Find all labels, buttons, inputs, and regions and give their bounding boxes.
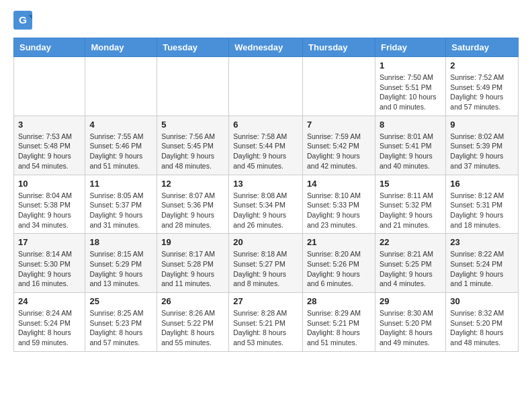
day-number: 13 (233, 179, 298, 189)
header: G (13, 11, 519, 30)
day-number: 21 (307, 237, 371, 247)
weekday-saturday: Saturday (446, 38, 519, 57)
logo-icon: G (13, 11, 32, 30)
day-cell: 30Sunrise: 8:32 AM Sunset: 5:20 PM Dayli… (446, 293, 519, 352)
day-cell: 27Sunrise: 8:28 AM Sunset: 5:21 PM Dayli… (229, 293, 303, 352)
logo: G (13, 11, 35, 30)
day-info: Sunrise: 8:14 AM Sunset: 5:30 PM Dayligh… (18, 249, 81, 289)
day-number: 8 (380, 120, 441, 130)
day-number: 30 (450, 296, 514, 306)
day-cell: 8Sunrise: 8:01 AM Sunset: 5:41 PM Daylig… (375, 116, 445, 175)
week-row-4: 17Sunrise: 8:14 AM Sunset: 5:30 PM Dayli… (14, 234, 519, 293)
day-number: 25 (89, 296, 152, 306)
day-cell: 24Sunrise: 8:24 AM Sunset: 5:24 PM Dayli… (14, 293, 85, 352)
day-info: Sunrise: 7:52 AM Sunset: 5:49 PM Dayligh… (450, 73, 514, 112)
day-number: 5 (161, 120, 224, 130)
day-cell: 16Sunrise: 8:12 AM Sunset: 5:31 PM Dayli… (446, 175, 519, 234)
day-cell: 26Sunrise: 8:26 AM Sunset: 5:22 PM Dayli… (157, 293, 229, 352)
day-info: Sunrise: 8:07 AM Sunset: 5:36 PM Dayligh… (161, 191, 224, 230)
day-cell: 17Sunrise: 8:14 AM Sunset: 5:30 PM Dayli… (14, 234, 85, 293)
day-cell: 28Sunrise: 8:29 AM Sunset: 5:21 PM Dayli… (303, 293, 375, 352)
day-cell: 4Sunrise: 7:55 AM Sunset: 5:46 PM Daylig… (85, 116, 157, 175)
day-number: 10 (18, 179, 81, 189)
day-number: 15 (380, 179, 441, 189)
day-cell: 18Sunrise: 8:15 AM Sunset: 5:29 PM Dayli… (85, 234, 157, 293)
day-cell: 20Sunrise: 8:18 AM Sunset: 5:27 PM Dayli… (229, 234, 303, 293)
day-info: Sunrise: 7:58 AM Sunset: 5:44 PM Dayligh… (233, 132, 298, 171)
week-row-2: 3Sunrise: 7:53 AM Sunset: 5:48 PM Daylig… (14, 116, 519, 175)
day-info: Sunrise: 8:08 AM Sunset: 5:34 PM Dayligh… (233, 191, 298, 230)
weekday-tuesday: Tuesday (157, 38, 229, 57)
weekday-monday: Monday (85, 38, 157, 57)
day-cell (303, 57, 375, 116)
day-cell: 7Sunrise: 7:59 AM Sunset: 5:42 PM Daylig… (303, 116, 375, 175)
weekday-thursday: Thursday (303, 38, 375, 57)
day-cell: 23Sunrise: 8:22 AM Sunset: 5:24 PM Dayli… (446, 234, 519, 293)
day-info: Sunrise: 8:17 AM Sunset: 5:28 PM Dayligh… (161, 249, 224, 289)
day-number: 16 (450, 179, 514, 189)
day-cell: 9Sunrise: 8:02 AM Sunset: 5:39 PM Daylig… (446, 116, 519, 175)
day-number: 28 (307, 296, 371, 306)
day-cell: 15Sunrise: 8:11 AM Sunset: 5:32 PM Dayli… (375, 175, 445, 234)
day-number: 7 (307, 120, 371, 130)
day-number: 17 (18, 237, 81, 247)
day-number: 23 (450, 237, 514, 247)
day-info: Sunrise: 8:24 AM Sunset: 5:24 PM Dayligh… (18, 308, 81, 348)
day-cell: 25Sunrise: 8:25 AM Sunset: 5:23 PM Dayli… (85, 293, 157, 352)
day-cell: 22Sunrise: 8:21 AM Sunset: 5:25 PM Dayli… (375, 234, 445, 293)
day-cell: 10Sunrise: 8:04 AM Sunset: 5:38 PM Dayli… (14, 175, 85, 234)
day-cell: 2Sunrise: 7:52 AM Sunset: 5:49 PM Daylig… (446, 57, 519, 116)
day-info: Sunrise: 8:15 AM Sunset: 5:29 PM Dayligh… (89, 249, 152, 289)
day-cell: 11Sunrise: 8:05 AM Sunset: 5:37 PM Dayli… (85, 175, 157, 234)
day-number: 27 (233, 296, 298, 306)
day-number: 14 (307, 179, 371, 189)
day-cell: 19Sunrise: 8:17 AM Sunset: 5:28 PM Dayli… (157, 234, 229, 293)
day-info: Sunrise: 8:04 AM Sunset: 5:38 PM Dayligh… (18, 191, 81, 230)
day-number: 20 (233, 237, 298, 247)
day-info: Sunrise: 8:29 AM Sunset: 5:21 PM Dayligh… (307, 308, 371, 348)
day-cell: 1Sunrise: 7:50 AM Sunset: 5:51 PM Daylig… (375, 57, 445, 116)
day-info: Sunrise: 8:05 AM Sunset: 5:37 PM Dayligh… (89, 191, 152, 230)
day-number: 12 (161, 179, 224, 189)
day-info: Sunrise: 8:10 AM Sunset: 5:33 PM Dayligh… (307, 191, 371, 230)
day-info: Sunrise: 8:30 AM Sunset: 5:20 PM Dayligh… (380, 308, 441, 348)
day-info: Sunrise: 8:02 AM Sunset: 5:39 PM Dayligh… (450, 132, 514, 171)
week-row-5: 24Sunrise: 8:24 AM Sunset: 5:24 PM Dayli… (14, 293, 519, 352)
day-cell (85, 57, 157, 116)
weekday-header: SundayMondayTuesdayWednesdayThursdayFrid… (14, 38, 519, 57)
day-cell (229, 57, 303, 116)
day-info: Sunrise: 8:12 AM Sunset: 5:31 PM Dayligh… (450, 191, 514, 230)
day-info: Sunrise: 7:56 AM Sunset: 5:45 PM Dayligh… (161, 132, 224, 171)
day-number: 24 (18, 296, 81, 306)
weekday-sunday: Sunday (14, 38, 85, 57)
day-cell: 13Sunrise: 8:08 AM Sunset: 5:34 PM Dayli… (229, 175, 303, 234)
day-info: Sunrise: 8:26 AM Sunset: 5:22 PM Dayligh… (161, 308, 224, 348)
day-info: Sunrise: 8:21 AM Sunset: 5:25 PM Dayligh… (380, 249, 441, 289)
day-number: 26 (161, 296, 224, 306)
day-number: 3 (18, 120, 81, 130)
day-info: Sunrise: 8:25 AM Sunset: 5:23 PM Dayligh… (89, 308, 152, 348)
svg-text:G: G (19, 14, 27, 26)
day-cell (14, 57, 85, 116)
day-info: Sunrise: 7:50 AM Sunset: 5:51 PM Dayligh… (380, 73, 441, 112)
day-info: Sunrise: 8:11 AM Sunset: 5:32 PM Dayligh… (380, 191, 441, 230)
day-number: 1 (380, 60, 441, 71)
day-info: Sunrise: 8:01 AM Sunset: 5:41 PM Dayligh… (380, 132, 441, 171)
day-info: Sunrise: 7:55 AM Sunset: 5:46 PM Dayligh… (89, 132, 152, 171)
day-info: Sunrise: 7:59 AM Sunset: 5:42 PM Dayligh… (307, 132, 371, 171)
calendar-body: 1Sunrise: 7:50 AM Sunset: 5:51 PM Daylig… (14, 57, 519, 352)
weekday-friday: Friday (375, 38, 445, 57)
day-cell: 5Sunrise: 7:56 AM Sunset: 5:45 PM Daylig… (157, 116, 229, 175)
day-number: 22 (380, 237, 441, 247)
day-number: 18 (89, 237, 152, 247)
calendar: SundayMondayTuesdayWednesdayThursdayFrid… (13, 38, 519, 352)
day-number: 29 (380, 296, 441, 306)
day-cell (157, 57, 229, 116)
day-cell: 6Sunrise: 7:58 AM Sunset: 5:44 PM Daylig… (229, 116, 303, 175)
weekday-wednesday: Wednesday (229, 38, 303, 57)
day-cell: 3Sunrise: 7:53 AM Sunset: 5:48 PM Daylig… (14, 116, 85, 175)
day-number: 4 (89, 120, 152, 130)
week-row-1: 1Sunrise: 7:50 AM Sunset: 5:51 PM Daylig… (14, 57, 519, 116)
day-info: Sunrise: 8:22 AM Sunset: 5:24 PM Dayligh… (450, 249, 514, 289)
day-number: 9 (450, 120, 514, 130)
